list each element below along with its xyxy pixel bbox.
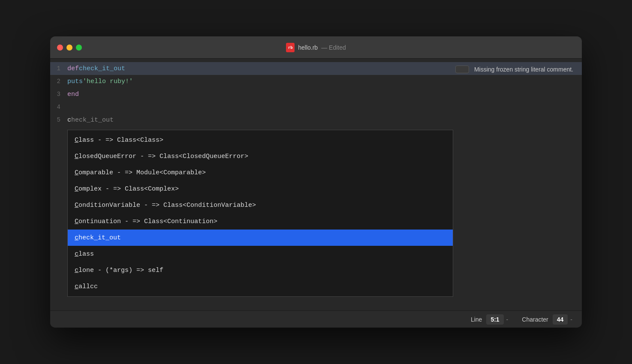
code-line-3: 3 end: [50, 88, 582, 101]
window-subtitle: — Edited: [321, 44, 346, 51]
maximize-button[interactable]: [76, 45, 82, 51]
char-label: Character: [518, 314, 552, 325]
typed-char: c: [67, 116, 71, 124]
string-literal: 'hello ruby!': [83, 78, 133, 85]
item-first-char: c: [75, 283, 78, 290]
item-first-char: C: [75, 153, 78, 160]
minimize-button[interactable]: [66, 45, 72, 51]
line-content-5: check_it_out: [67, 116, 582, 124]
autocomplete-item-5[interactable]: Continuation - => Class<Continuation>: [68, 213, 453, 230]
item-first-char: C: [75, 169, 78, 176]
item-rest: omplex - => Class<Complex>: [78, 185, 179, 193]
line-number-5: 5: [50, 116, 67, 123]
item-first-char: C: [75, 185, 78, 193]
item-first-char: C: [75, 137, 78, 144]
function-name: check_it_out: [79, 65, 125, 72]
warning-section: Missing frozen string literal comment.: [455, 66, 573, 73]
line-number-1: 1: [50, 65, 67, 72]
code-section: 1 def check_it_out Missing frozen string…: [50, 59, 582, 130]
item-rest: omparable - => Module<Comparable>: [78, 169, 206, 176]
code-line-4: 4: [50, 101, 582, 113]
item-first-char: c: [75, 234, 78, 242]
editor-area[interactable]: 1 def check_it_out Missing frozen string…: [50, 59, 582, 310]
autocomplete-item-7[interactable]: class: [68, 246, 453, 262]
line-number-4: 4: [50, 104, 67, 110]
builtin-puts: puts: [67, 78, 83, 85]
line-value: 5:1: [486, 314, 503, 325]
code-line-1: 1 def check_it_out Missing frozen string…: [50, 62, 582, 75]
autocomplete-item-8[interactable]: clone - (*args) => self: [68, 262, 453, 278]
titlebar: rb hello.rb — Edited: [50, 36, 582, 59]
editor-window: rb hello.rb — Edited 1 def check_it_out …: [50, 36, 582, 328]
item-first-char: C: [75, 202, 78, 209]
file-icon: rb: [286, 43, 295, 52]
line-number-2: 2: [50, 78, 67, 85]
line-label: Line: [466, 314, 486, 325]
item-first-char: c: [75, 267, 78, 274]
line-dash: -: [504, 314, 511, 325]
char-dash: -: [568, 314, 575, 325]
code-line-5: 5 check_it_out: [50, 113, 582, 126]
char-value: 44: [553, 314, 568, 325]
statusbar: Line 5:1 - Character 44 -: [50, 310, 582, 328]
item-first-char: C: [75, 218, 78, 225]
autocomplete-item-6[interactable]: check_it_out: [68, 230, 453, 246]
item-rest: lass - => Class<Class>: [78, 137, 163, 144]
window-title: hello.rb: [298, 44, 318, 51]
warning-box: [455, 66, 469, 73]
line-content-3: end: [67, 91, 582, 98]
item-rest: onditionVariable - => Class<ConditionVar…: [78, 202, 256, 209]
item-rest: allcc: [78, 283, 98, 290]
autocomplete-item-2[interactable]: Comparable - => Module<Comparable>: [68, 164, 453, 181]
traffic-lights: [57, 45, 82, 51]
item-rest: heck_it_out: [78, 234, 121, 242]
autocomplete-item-4[interactable]: ConditionVariable - => Class<ConditionVa…: [68, 197, 453, 213]
autocomplete-dropdown: Class - => Class<Class> ClosedQueueError…: [67, 130, 453, 297]
code-line-2: 2 puts 'hello ruby!': [50, 75, 582, 88]
line-status-group: Line 5:1 -: [466, 314, 511, 325]
close-button[interactable]: [57, 45, 63, 51]
ghost-text: heck_it_out: [71, 116, 114, 124]
item-rest: lone - (*args) => self: [78, 267, 163, 274]
autocomplete-item-9[interactable]: callcc: [68, 278, 453, 295]
item-rest: lass: [78, 251, 94, 258]
warning-text: Missing frozen string literal comment.: [474, 66, 573, 73]
keyword-def: def: [67, 65, 79, 72]
char-status-group: Character 44 -: [518, 314, 575, 325]
autocomplete-item-0[interactable]: Class - => Class<Class>: [68, 132, 453, 148]
item-rest: ontinuation - => Class<Continuation>: [78, 218, 217, 225]
line-content-2: puts 'hello ruby!': [67, 78, 582, 85]
title-area: rb hello.rb — Edited: [286, 43, 346, 52]
item-first-char: c: [75, 251, 78, 258]
item-rest: losedQueueError - => Class<ClosedQueueEr…: [78, 153, 248, 160]
autocomplete-item-3[interactable]: Complex - => Class<Complex>: [68, 181, 453, 197]
line-number-3: 3: [50, 91, 67, 98]
keyword-end: end: [67, 91, 79, 98]
autocomplete-item-1[interactable]: ClosedQueueError - => Class<ClosedQueueE…: [68, 148, 453, 164]
